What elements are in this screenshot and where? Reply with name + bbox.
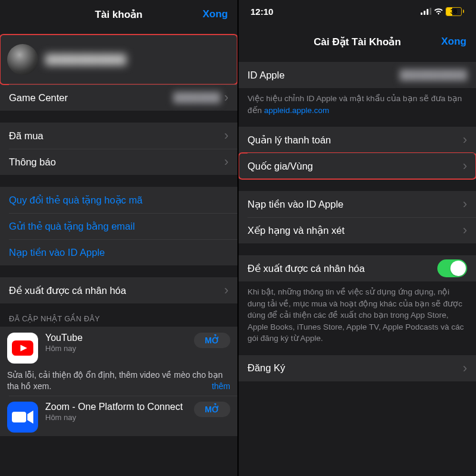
apple-id-footer: Việc hiệu chỉnh ID Apple và mật khẩu của… (239, 88, 476, 124)
personalized-footer: Khi bật, những thông tin về việc sử dụng… (239, 281, 476, 353)
battery-icon: 38 (446, 7, 464, 16)
apple-id-profile-row[interactable]: ████████████ (0, 35, 237, 84)
avatar (7, 44, 38, 75)
release-notes: Sửa lỗi, cải thiện độ ổn định, thêm vide… (7, 369, 230, 392)
nav-bar: Cài Đặt Tài Khoản Xong (239, 27, 476, 56)
open-button[interactable]: MỞ (194, 333, 230, 348)
ratings-reviews-row[interactable]: Xếp hạng và nhận xét › (239, 217, 476, 243)
status-bar: 12:10 38 (239, 0, 476, 19)
updated-recently-header: ĐÃ CẬP NHẬT GẦN ĐÂY (0, 303, 237, 327)
app-update-row[interactable]: Zoom - One Platform to Connect Hôm nay M… (0, 396, 237, 436)
chevron-right-icon: › (463, 158, 467, 174)
app-update-row[interactable]: YouTube Hôm nay MỞ Sửa lỗi, cải thiện độ… (0, 327, 237, 396)
row-label: Game Center (9, 92, 173, 104)
personalized-recs-row: Đề xuất được cá nhân hóa (239, 255, 476, 281)
add-funds-row[interactable]: Nạp tiền vào ID Apple › (239, 191, 476, 217)
country-region-row[interactable]: Quốc gia/Vùng › (239, 153, 476, 179)
row-label: Quốc gia/Vùng (248, 161, 459, 172)
row-label: ID Apple (248, 70, 400, 81)
appleid-link[interactable]: appleid.apple.com (264, 106, 330, 115)
game-center-row[interactable]: Game Center ███████ › (0, 84, 237, 111)
row-label: Xếp hạng và nhận xét (248, 225, 459, 236)
row-label: Đề xuất được cá nhân hóa (248, 263, 437, 274)
row-label: Nạp tiền vào ID Apple (248, 199, 459, 210)
done-button[interactable]: Xong (441, 36, 467, 48)
chevron-right-icon: › (224, 283, 228, 298)
app-name: YouTube (45, 333, 194, 343)
manage-payments-row[interactable]: Quản lý thanh toán › (239, 127, 476, 153)
nav-bar: Tài khoản Xong (0, 0, 237, 29)
youtube-icon (7, 333, 38, 364)
chevron-right-icon: › (463, 196, 467, 212)
chevron-right-icon: › (463, 223, 467, 238)
status-time: 12:10 (250, 7, 273, 17)
done-button[interactable]: Xong (203, 8, 228, 20)
row-label: Quy đổi thẻ quà tặng hoặc mã (9, 195, 228, 206)
row-label: Nạp tiền vào ID Apple (9, 247, 228, 258)
add-funds-row[interactable]: Nạp tiền vào ID Apple (0, 239, 237, 265)
app-update-time: Hôm nay (45, 413, 194, 422)
row-label: Đề xuất được cá nhân hóa (9, 285, 221, 296)
subscriptions-row[interactable]: Đăng Ký › (239, 355, 476, 381)
svg-rect-1 (12, 412, 26, 422)
wifi-icon (434, 8, 443, 15)
notifications-row[interactable]: Thông báo › (0, 149, 237, 175)
app-update-time: Hôm nay (45, 344, 194, 353)
apple-id-row[interactable]: ID Apple ██████████ (239, 62, 476, 88)
nav-title: Tài khoản (95, 8, 143, 21)
row-label: Đăng Ký (248, 362, 459, 374)
profile-name-redacted: ████████████ (45, 54, 230, 65)
row-value-redacted: ███████ (173, 92, 220, 103)
row-label: Thông báo (9, 156, 221, 168)
more-link[interactable]: thêm (212, 381, 230, 392)
send-gift-card-row[interactable]: Gửi thẻ quà tặng bằng email (0, 213, 237, 239)
personalized-toggle[interactable] (437, 259, 467, 277)
chevron-right-icon: › (224, 90, 228, 105)
apple-id-value-redacted: ██████████ (400, 70, 467, 80)
cellular-icon (421, 8, 431, 15)
row-label: Quản lý thanh toán (248, 134, 459, 146)
chevron-right-icon: › (463, 132, 467, 148)
account-settings-screen: 12:10 38 Cài Đặt Tài Khoản Xong ID Apple… (237, 0, 476, 476)
nav-title: Cài Đặt Tài Khoản (314, 36, 401, 48)
redeem-gift-card-row[interactable]: Quy đổi thẻ quà tặng hoặc mã (0, 187, 237, 213)
chevron-right-icon: › (224, 128, 228, 143)
row-label: Gửi thẻ quà tặng bằng email (9, 221, 228, 232)
app-name: Zoom - One Platform to Connect (45, 402, 194, 412)
purchased-row[interactable]: Đã mua › (0, 123, 237, 149)
account-sheet: Tài khoản Xong ████████████ Game Center … (0, 0, 237, 476)
chevron-right-icon: › (463, 361, 467, 376)
row-label: Đã mua (9, 130, 221, 142)
zoom-icon (7, 402, 38, 433)
chevron-right-icon: › (224, 154, 228, 170)
open-button[interactable]: MỞ (194, 402, 230, 417)
personalized-recs-row[interactable]: Đề xuất được cá nhân hóa › (0, 277, 237, 303)
